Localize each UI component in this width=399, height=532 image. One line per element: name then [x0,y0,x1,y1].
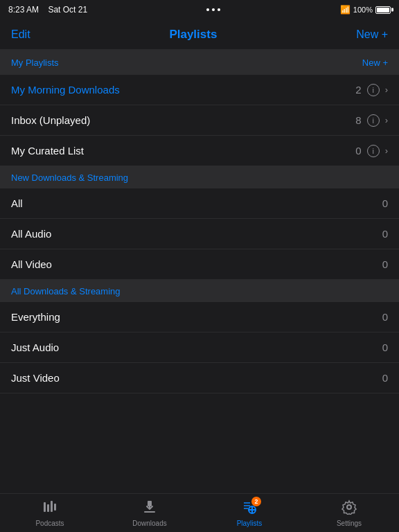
list-item-right: 0 i › [355,145,388,157]
list-item-title: My Curated List [11,145,84,157]
list-item[interactable]: Just Audio 0 [0,332,399,363]
nav-new-button[interactable]: New + [356,28,388,41]
chevron-icon: › [385,115,388,125]
tab-bar: Podcasts Downloads 2 Playlists [0,493,399,532]
svg-rect-0 [44,502,46,512]
content-area: My Playlists New + My Morning Downloads … [0,50,399,493]
list-item-count: 0 [382,342,388,353]
my-playlists-new-button[interactable]: New + [362,57,388,68]
battery-fill [377,8,389,12]
list-item[interactable]: All 0 [0,188,399,219]
new-downloads-header: New Downloads & Streaming [0,166,399,188]
list-item-count: 8 [355,114,361,126]
list-item-left: My Morning Downloads [11,84,120,96]
dot-1 [206,8,209,11]
all-downloads-list: Everything 0 Just Audio 0 Just Video 0 [0,302,399,393]
tab-downloads[interactable]: Downloads [100,494,200,532]
my-playlists-label: My Playlists [11,57,59,68]
list-item-title: My Morning Downloads [11,84,120,96]
new-downloads-list: All 0 All Audio 0 All Video 0 [0,188,399,280]
status-dots [206,8,220,11]
list-item-right: 2 i › [355,84,388,96]
settings-icon [342,499,357,518]
list-item[interactable]: Everything 0 [0,302,399,332]
list-item[interactable]: Just Video 0 [0,363,399,393]
list-item-count: 0 [382,372,388,384]
list-item[interactable]: All Video 0 [0,249,399,280]
status-right: 📶 100% [340,5,391,15]
wifi-icon: 📶 [340,5,351,15]
list-item-right: 8 i › [355,114,388,127]
list-item-count: 0 [382,258,388,270]
all-downloads-header: All Downloads & Streaming [0,280,399,302]
chevron-icon: › [385,145,388,156]
list-item[interactable]: My Curated List 0 i › [0,136,399,166]
svg-rect-2 [51,501,53,512]
list-item-title: All Video [11,258,52,270]
downloads-icon [142,499,157,518]
my-playlists-header: My Playlists New + [0,50,399,75]
nav-title: Playlists [169,28,217,42]
status-time: 8:23 AM [8,5,39,15]
tab-playlists-label: Playlists [237,520,263,527]
dot-2 [212,8,215,11]
nav-back-button[interactable]: Edit [11,28,30,41]
list-item-title: All Audio [11,228,51,240]
list-item-count: 0 [382,311,388,323]
tab-settings[interactable]: Settings [299,494,399,532]
list-item-count: 0 [382,197,388,209]
tab-playlists[interactable]: 2 Playlists [200,494,299,532]
playlists-badge: 2 [251,497,261,506]
chevron-icon: › [385,85,388,95]
all-downloads-label: All Downloads & Streaming [11,286,121,296]
status-date: Sat Oct 21 [48,5,87,15]
tab-downloads-label: Downloads [132,520,166,527]
svg-rect-1 [47,504,49,512]
list-item-count: 0 [382,228,388,240]
list-item-title: Just Audio [11,342,59,353]
status-bar: 8:23 AM Sat Oct 21 📶 100% [0,0,399,19]
svg-rect-3 [54,504,56,511]
list-item-title: Inbox (Unplayed) [11,114,90,126]
svg-rect-4 [144,511,155,513]
list-item-title: All [11,197,23,209]
podcasts-icon [42,499,57,518]
dot-3 [218,8,220,11]
list-item-title: Everything [11,311,60,323]
nav-bar: Edit Playlists New + [0,19,399,50]
svg-point-12 [347,505,351,509]
list-item-count: 2 [355,84,361,96]
list-item[interactable]: All Audio 0 [0,219,399,249]
info-icon[interactable]: i [367,84,380,96]
tab-podcasts[interactable]: Podcasts [0,494,100,532]
list-item[interactable]: Inbox (Unplayed) 8 i › [0,105,399,136]
battery-icon [375,6,391,14]
info-icon[interactable]: i [367,114,380,127]
playlists-icon: 2 [242,499,257,518]
my-playlists-list: My Morning Downloads 2 i › Inbox (Unplay… [0,75,399,166]
list-item-left: Inbox (Unplayed) [11,114,90,126]
tab-settings-label: Settings [337,520,362,527]
battery-percent: 100% [353,6,373,14]
tab-podcasts-label: Podcasts [35,520,64,527]
info-icon[interactable]: i [367,145,380,157]
status-time-date: 8:23 AM Sat Oct 21 [8,5,87,15]
svg-rect-5 [148,501,152,506]
list-item-count: 0 [355,145,361,157]
list-item[interactable]: My Morning Downloads 2 i › [0,75,399,105]
list-item-title: Just Video [11,372,60,384]
new-downloads-label: New Downloads & Streaming [11,172,128,183]
list-item-left: My Curated List [11,145,84,157]
